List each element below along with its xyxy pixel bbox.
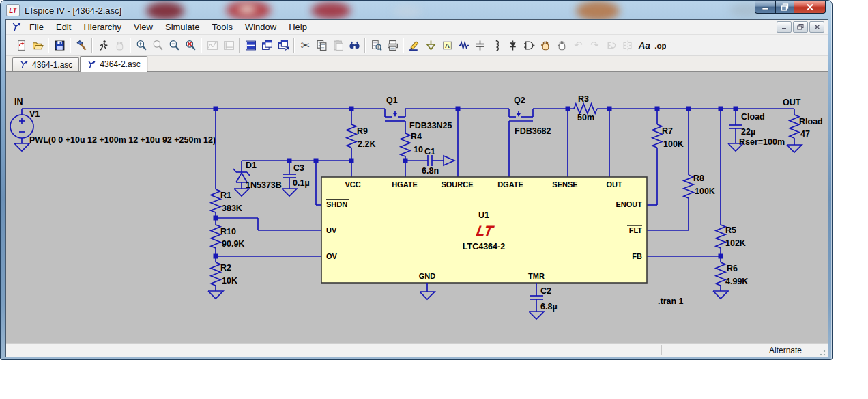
diode-icon[interactable] (504, 37, 521, 54)
inductor-icon[interactable] (488, 37, 504, 54)
net-label-icon[interactable]: A (439, 37, 455, 54)
tab-4364-1.asc[interactable]: 4364-1.asc (12, 57, 79, 71)
maximize-button[interactable] (775, 1, 794, 14)
wire[interactable] (716, 262, 725, 286)
find-icon[interactable] (346, 37, 362, 54)
child-restore-button[interactable] (793, 21, 808, 33)
wire[interactable] (347, 124, 356, 148)
control-panel-icon[interactable] (73, 37, 89, 54)
zoom-out-icon[interactable] (166, 37, 182, 54)
component-C2[interactable]: C26.8µ (529, 283, 558, 319)
pin-label: TMR (528, 272, 545, 280)
component-Q2[interactable]: Q2FDB3682 (509, 96, 551, 177)
component-U1[interactable]: VCCHGATESOURCEDGATESENSEOUTSHDNUVOVENOUT… (321, 177, 647, 283)
wire[interactable] (529, 312, 544, 319)
menu-tools[interactable]: Tools (206, 20, 239, 34)
wire[interactable] (247, 172, 250, 176)
wire[interactable] (211, 189, 220, 212)
component-Rload[interactable]: Rload47 (787, 109, 823, 152)
text-tool-icon[interactable]: Aa (635, 37, 652, 54)
component-C3[interactable]: C30.1µ (282, 161, 310, 196)
component-R4[interactable]: R410 (401, 132, 423, 177)
wire[interactable] (574, 104, 597, 113)
label: R8 (693, 174, 704, 183)
menu-edit[interactable]: Edit (50, 20, 77, 34)
spice-directive-icon[interactable]: .op (652, 37, 668, 54)
tile-windows-icon[interactable] (242, 37, 259, 54)
child-close-button[interactable] (809, 21, 824, 33)
ground-icon[interactable] (422, 37, 439, 54)
child-minimize-button[interactable] (777, 21, 792, 33)
move-icon[interactable] (537, 37, 553, 54)
wire[interactable] (684, 175, 693, 198)
cut-icon[interactable]: ✂ (297, 37, 313, 54)
component-R9[interactable]: R92.2K (347, 109, 375, 177)
run-icon[interactable] (95, 37, 111, 54)
component-Cload[interactable]: Cload22µRser=100m (728, 109, 785, 151)
wire-icon[interactable] (406, 37, 422, 54)
tab-4364-2.asc[interactable]: 4364-2.asc (80, 56, 147, 72)
menu-window[interactable]: Window (239, 20, 283, 34)
wire[interactable] (233, 169, 236, 172)
wire[interactable] (652, 124, 662, 148)
menu-help[interactable]: Help (283, 20, 313, 34)
print-icon[interactable] (384, 37, 401, 54)
wire-shdn[interactable] (316, 161, 321, 205)
menu-simulate[interactable]: Simulate (159, 20, 206, 34)
resize-grip[interactable] (817, 347, 826, 357)
zoom-full-extents-icon[interactable] (182, 37, 199, 54)
minimize-button[interactable] (755, 1, 775, 14)
paste-icon (330, 37, 346, 54)
wire[interactable] (716, 225, 725, 248)
menu-hierarchy[interactable]: Hierarchy (77, 20, 128, 34)
copy-icon[interactable] (313, 37, 330, 54)
cascade-windows-alt-icon[interactable] (275, 37, 291, 54)
wire-input-bus[interactable]: INOUT (14, 97, 801, 109)
component-D1[interactable]: D11N5373B (233, 161, 282, 196)
tab-bar: 4364-1.asc4364-2.asc (6, 56, 828, 72)
mirror-icon (619, 37, 635, 54)
menu-file[interactable]: File (23, 20, 50, 34)
label: R7 (662, 126, 673, 136)
wire[interactable] (211, 262, 220, 286)
zoom-in-icon[interactable] (133, 37, 149, 54)
open-icon[interactable] (29, 37, 46, 54)
window-controls (755, 1, 826, 14)
wire-gnd-pin[interactable] (420, 283, 435, 299)
new-schematic-icon[interactable] (13, 37, 29, 54)
component-R3[interactable]: R350m (574, 94, 597, 122)
component-icon[interactable] (521, 37, 537, 54)
component-Q1[interactable]: Q1FDB33N25 (385, 96, 452, 133)
schematic-document-icon[interactable] (10, 22, 23, 33)
component-R6[interactable]: R64.99K (713, 256, 748, 299)
save-icon[interactable] (51, 37, 68, 54)
print-preview-icon[interactable] (368, 37, 384, 54)
label: Cload (741, 112, 765, 122)
wire[interactable] (211, 225, 220, 248)
wire[interactable] (790, 115, 799, 138)
menu-view[interactable]: View (128, 20, 159, 34)
title-bar[interactable]: LT LTspice IV - [4364-2.asc] (1, 1, 832, 20)
wire[interactable] (787, 145, 802, 152)
resistor-icon[interactable] (455, 37, 472, 54)
svg-text:↶: ↶ (574, 40, 582, 51)
capacitor-icon[interactable] (472, 37, 488, 54)
wire[interactable] (208, 291, 223, 299)
component-V1[interactable]: V1PWL(0 0 +10u 12 +100m 12 +10u 92 +250m… (10, 109, 216, 151)
close-button[interactable] (794, 1, 826, 14)
cascade-windows-icon[interactable] (259, 37, 275, 54)
drag-icon[interactable] (553, 37, 570, 54)
label: C2 (540, 286, 551, 296)
halt-icon (111, 37, 128, 54)
component-C1[interactable]: C16.8n (405, 147, 454, 176)
schematic-canvas[interactable]: INOUTV1PWL(0 0 +10u 12 +100m 12 +10u 92 … (6, 72, 828, 343)
component-R7[interactable]: R7100K (647, 109, 684, 205)
wire[interactable] (401, 133, 410, 156)
minimize-icon (762, 3, 769, 10)
wire[interactable] (282, 189, 297, 196)
wire[interactable] (420, 292, 435, 299)
wire[interactable] (713, 291, 728, 299)
app-icon-text: LT (9, 7, 16, 14)
spice-directive-text[interactable]: .tran 1 (658, 297, 684, 306)
wire[interactable] (14, 143, 29, 151)
